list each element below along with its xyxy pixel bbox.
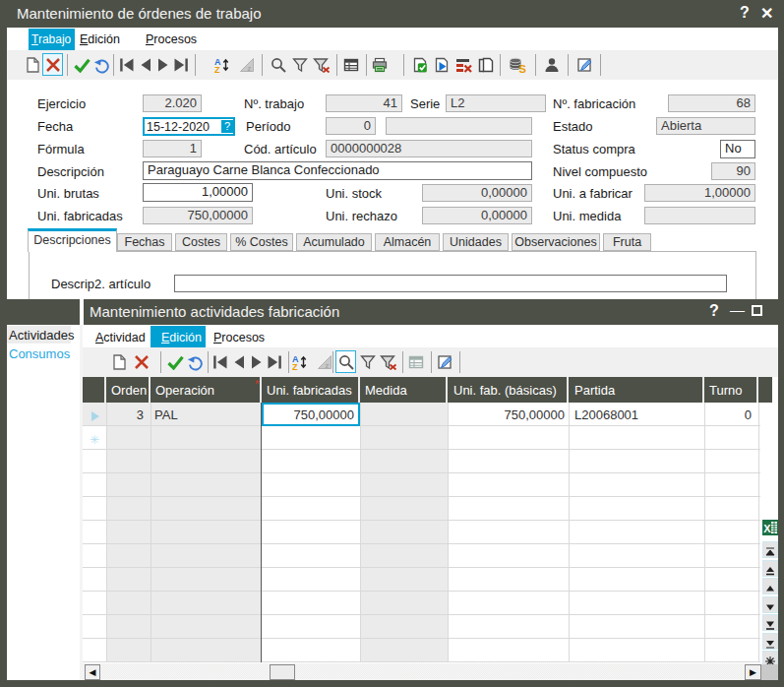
svg-text:z: z <box>248 64 252 73</box>
svg-text:Z: Z <box>214 65 220 73</box>
svg-text:S: S <box>519 63 526 74</box>
svg-text:X: X <box>763 523 771 534</box>
svg-text:Z: Z <box>292 362 298 370</box>
svg-text:z: z <box>326 361 330 370</box>
